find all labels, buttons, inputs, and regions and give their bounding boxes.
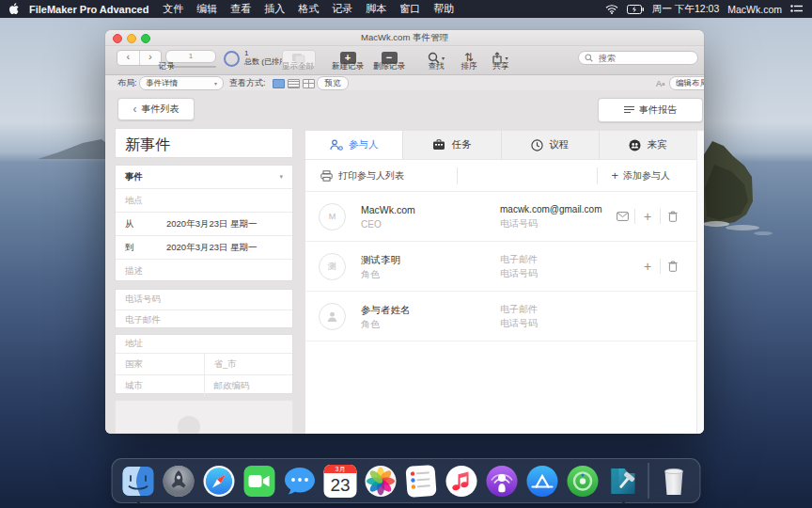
participant-phone[interactable]: 电话号码 [500, 216, 610, 230]
dock-filemaker[interactable] [606, 464, 641, 499]
zip-field[interactable]: 邮政编码 [204, 375, 293, 396]
participant-role[interactable]: 角色 [361, 267, 500, 281]
participant-row[interactable]: M MacWk.com CEO macwk.com@gmail.com 电话号码 [305, 192, 696, 242]
tab-bar: 参与人 任务 [305, 131, 696, 160]
add-participant-button[interactable]: + 添加参与人 [611, 168, 696, 183]
city-field[interactable]: 城市 [116, 380, 204, 392]
menu-help[interactable]: 帮助 [433, 2, 454, 16]
date-to-field[interactable]: 到 2020年3月23日 星期一 [116, 236, 292, 260]
participant-email[interactable]: macwk.com@gmail.com [500, 202, 610, 216]
participant-name[interactable]: 参与者姓名 [361, 302, 500, 317]
participant-phone[interactable]: 电话号码 [500, 266, 635, 280]
tab-guests[interactable]: 来宾 [599, 131, 696, 159]
dock-safari[interactable] [202, 464, 237, 499]
phone-field[interactable]: 电话号码 [116, 290, 292, 310]
email-participant-button[interactable] [610, 212, 634, 221]
tab-tasks-label: 任务 [451, 138, 471, 151]
dock-podcasts[interactable] [485, 464, 520, 499]
view-mode-label: 查看方式: [229, 75, 266, 91]
menu-insert[interactable]: 插入 [264, 2, 285, 16]
wifi-icon[interactable] [605, 4, 618, 14]
calendar-month: 3月 [324, 465, 357, 473]
participant-email[interactable]: 电子邮件 [500, 252, 635, 266]
participant-email[interactable]: 电子邮件 [500, 302, 696, 316]
battery-icon[interactable] [627, 5, 644, 14]
scrollbar-track[interactable] [696, 131, 704, 434]
participant-role[interactable]: CEO [361, 217, 500, 231]
formatting-bar-icon[interactable]: Aa [656, 75, 664, 91]
participant-row[interactable]: 参与者姓名 角色 电子邮件 电话号码 [305, 292, 696, 341]
description-field[interactable]: 描述 [116, 260, 292, 291]
dock-launchpad[interactable] [162, 464, 196, 499]
participant-name[interactable]: MacWk.com [361, 202, 500, 217]
search-input[interactable] [597, 53, 692, 64]
tab-tasks[interactable]: 任务 [402, 131, 500, 159]
delete-row-button[interactable] [661, 261, 685, 272]
dock-photos[interactable] [364, 464, 398, 499]
close-button[interactable] [113, 34, 122, 43]
participant-phone[interactable]: 电话号码 [500, 316, 696, 330]
list-view-icon[interactable] [288, 79, 300, 88]
location-field[interactable]: 地点 [116, 189, 292, 213]
person-icon [326, 310, 338, 323]
menu-scripts[interactable]: 脚本 [366, 2, 386, 16]
to-value: 2020年3月23日 星期一 [166, 242, 258, 254]
menu-window[interactable]: 窗口 [399, 2, 420, 16]
table-view-icon[interactable] [303, 79, 315, 88]
menubar-app-name[interactable]: FileMaker Pro Advanced [29, 4, 148, 15]
date-from-field[interactable]: 从 2020年3月23日 星期一 [116, 213, 292, 236]
notification-center-icon[interactable] [790, 4, 803, 14]
dock-reminders[interactable] [404, 464, 439, 499]
preview-button[interactable]: 预览 [317, 76, 349, 90]
apple-menu[interactable] [9, 3, 20, 15]
status-toolbar: ‹ › 1 1 总数 (已排序) 记录 显示全部 + 新建记录 [105, 46, 704, 75]
share-dropdown-icon: ▾ [505, 55, 508, 61]
email-field[interactable]: 电子邮件 [116, 310, 292, 329]
location-placeholder: 地点 [125, 195, 143, 207]
address-card: 地址 国家 省_市 城市 邮政编码 [115, 334, 293, 394]
print-participants-button[interactable]: 打印参与人列表 [305, 169, 404, 183]
state-field[interactable]: 省_市 [204, 354, 293, 374]
delete-row-button[interactable] [661, 211, 685, 222]
menu-view[interactable]: 查看 [230, 2, 251, 16]
dock-facetime[interactable] [242, 464, 277, 499]
event-title[interactable]: 新事件 [116, 129, 292, 162]
form-view-icon[interactable] [273, 79, 285, 88]
menu-records[interactable]: 记录 [332, 2, 352, 16]
zoom-button[interactable] [141, 34, 150, 43]
participant-role[interactable]: 角色 [361, 317, 500, 331]
dock-trash[interactable] [657, 464, 692, 499]
layout-popup[interactable]: 事件详情 ▾ [139, 76, 224, 90]
layout-label: 布局: [117, 75, 137, 91]
edit-layout-button[interactable]: 编辑布局 [669, 76, 704, 90]
add-row-button[interactable]: + [635, 259, 660, 274]
participant-row[interactable]: 测 测试李明 角色 电子邮件 电话号码 + [305, 242, 696, 292]
add-participant-plus-icon: + [611, 168, 618, 183]
dock-disc-app[interactable] [566, 464, 601, 499]
country-field[interactable]: 国家 [116, 358, 204, 371]
event-section-row[interactable]: 事件 ▾ [116, 166, 292, 189]
menubar-user[interactable]: MacWk.com [727, 4, 782, 15]
window-titlebar[interactable]: MacWk.com 事件管理 [105, 30, 704, 46]
tab-participants[interactable]: 参与人 [305, 131, 402, 159]
dock-calendar[interactable]: 3月 23 [323, 464, 358, 499]
participant-name[interactable]: 测试李明 [361, 252, 500, 267]
dock-appstore[interactable] [525, 464, 560, 499]
dock-finder[interactable] [121, 464, 156, 499]
add-row-button[interactable]: + [635, 209, 660, 224]
trash-bin-icon [657, 464, 692, 499]
launchpad-icon [162, 464, 196, 499]
menu-format[interactable]: 格式 [298, 2, 319, 16]
address-label: 地址 [125, 338, 143, 350]
dock-messages[interactable] [283, 464, 318, 499]
minimize-button[interactable] [127, 34, 136, 43]
quick-search[interactable] [578, 51, 698, 65]
dock-music[interactable] [445, 464, 479, 499]
back-to-list-button[interactable]: ‹ 事件列表 [117, 98, 195, 120]
tab-agenda[interactable]: 议程 [501, 131, 599, 159]
event-report-button[interactable]: 事件报告 [598, 98, 703, 122]
menubar-clock[interactable]: 周一 下午12:03 [652, 3, 719, 16]
menu-file[interactable]: 文件 [163, 2, 183, 16]
found-set-pie-icon[interactable] [224, 51, 240, 67]
menu-edit[interactable]: 编辑 [196, 2, 217, 16]
